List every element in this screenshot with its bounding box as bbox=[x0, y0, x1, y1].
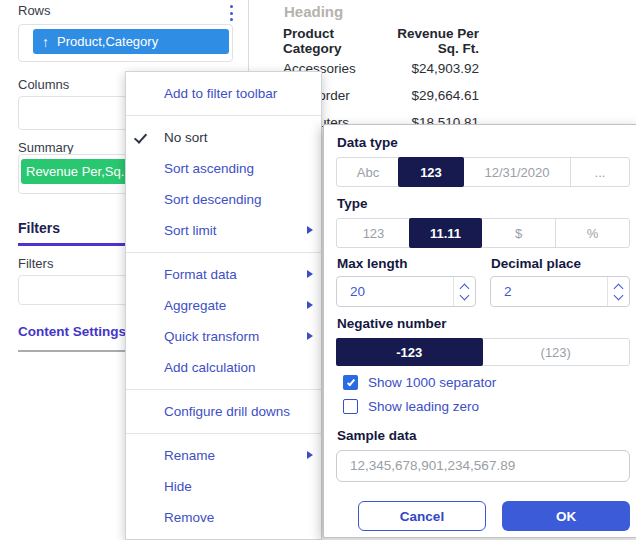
content-settings-header[interactable]: Content Settings bbox=[18, 324, 126, 339]
check-icon bbox=[134, 130, 147, 144]
type-option-decimal[interactable]: 11.11 bbox=[409, 218, 482, 248]
type-option-currency[interactable]: $ bbox=[481, 219, 555, 247]
submenu-arrow-icon bbox=[307, 451, 313, 459]
summary-label: Summary bbox=[18, 140, 74, 155]
decimal-place-stepper[interactable]: 2 bbox=[490, 276, 630, 307]
decimal-place-spinner-icons[interactable] bbox=[607, 277, 629, 306]
field-context-menu: Add to filter toolbar No sort Sort ascen… bbox=[125, 71, 322, 540]
table-row-value: $29,664.61 bbox=[411, 88, 479, 103]
chevron-down-icon[interactable] bbox=[614, 290, 624, 300]
menu-item-sort-ascending[interactable]: Sort ascending bbox=[126, 153, 321, 184]
menu-item-no-sort[interactable]: No sort bbox=[126, 122, 321, 153]
data-type-segmented-control: Abc 123 12/31/2020 ... bbox=[336, 157, 630, 187]
sample-data-label: Sample data bbox=[337, 428, 630, 443]
submenu-arrow-icon bbox=[307, 226, 313, 234]
menu-item-sort-descending[interactable]: Sort descending bbox=[126, 184, 321, 215]
decimal-place-value: 2 bbox=[504, 277, 512, 306]
ok-button[interactable]: OK bbox=[502, 501, 630, 531]
type-option-integer[interactable]: 123 bbox=[337, 219, 410, 247]
type-segmented-control: 123 11.11 $ % bbox=[336, 218, 630, 248]
menu-item-hide[interactable]: Hide bbox=[126, 471, 321, 502]
data-type-option-number[interactable]: 123 bbox=[398, 157, 464, 187]
show-1000-separator-checkbox[interactable]: Show 1000 separator bbox=[343, 375, 630, 390]
max-length-value: 20 bbox=[350, 277, 365, 306]
chevron-down-icon[interactable] bbox=[460, 290, 470, 300]
menu-item-quick-transform[interactable]: Quick transform bbox=[126, 321, 321, 352]
menu-item-sort-limit[interactable]: Sort limit bbox=[126, 215, 321, 246]
report-heading: Heading bbox=[284, 3, 343, 20]
rows-field-pill[interactable]: ↑ Product,Category bbox=[33, 29, 229, 54]
cancel-button[interactable]: Cancel bbox=[358, 501, 486, 531]
rows-kebab-icon[interactable] bbox=[226, 5, 236, 21]
menu-item-aggregate[interactable]: Aggregate bbox=[126, 290, 321, 321]
category-column-header: Product Category bbox=[283, 26, 342, 56]
value-column-header: Revenue Per Sq. Ft. bbox=[397, 26, 479, 56]
menu-item-configure-drill-downs[interactable]: Configure drill downs bbox=[126, 396, 321, 427]
rows-label: Rows bbox=[18, 3, 51, 18]
filters-section-header: Filters bbox=[18, 220, 60, 236]
show-leading-zero-checkbox[interactable]: Show leading zero bbox=[343, 399, 630, 414]
data-type-option-date[interactable]: 12/31/2020 bbox=[463, 158, 570, 186]
data-type-option-abc[interactable]: Abc bbox=[337, 158, 399, 186]
menu-item-rename[interactable]: Rename bbox=[126, 440, 321, 471]
negative-number-segmented-control: -123 (123) bbox=[336, 338, 630, 366]
columns-label: Columns bbox=[18, 77, 69, 92]
checkbox-unchecked-icon[interactable] bbox=[343, 399, 358, 414]
menu-item-add-calculation[interactable]: Add calculation bbox=[126, 352, 321, 383]
decimal-place-label: Decimal place bbox=[491, 256, 630, 271]
max-length-spinner-icons[interactable] bbox=[453, 277, 475, 306]
format-data-dialog: Data type Abc 123 12/31/2020 ... Type 12… bbox=[323, 124, 636, 538]
menu-item-remove[interactable]: Remove bbox=[126, 502, 321, 533]
filters-label: Filters bbox=[18, 256, 53, 271]
sample-data-field: 12,345,678,901,234,567.89 bbox=[336, 450, 630, 482]
rows-drop-slot[interactable]: ↑ Product,Category bbox=[18, 24, 233, 62]
type-option-percent[interactable]: % bbox=[555, 219, 629, 247]
submenu-arrow-icon bbox=[307, 332, 313, 340]
rows-field-label: Product,Category bbox=[57, 34, 158, 49]
max-length-stepper[interactable]: 20 bbox=[336, 276, 476, 307]
data-type-label: Data type bbox=[337, 135, 630, 150]
submenu-arrow-icon bbox=[307, 301, 313, 309]
max-length-label: Max length bbox=[337, 256, 476, 271]
negative-option-parentheses[interactable]: (123) bbox=[482, 339, 630, 365]
menu-item-add-to-filter-toolbar[interactable]: Add to filter toolbar bbox=[126, 78, 321, 109]
type-label: Type bbox=[337, 196, 630, 211]
menu-item-format-data[interactable]: Format data bbox=[126, 259, 321, 290]
negative-option-minus[interactable]: -123 bbox=[336, 338, 483, 366]
table-row-value: $24,903.92 bbox=[411, 61, 479, 76]
checkbox-checked-icon[interactable] bbox=[343, 375, 358, 390]
submenu-arrow-icon bbox=[307, 270, 313, 278]
sort-ascending-arrow-icon: ↑ bbox=[42, 34, 49, 50]
app-root: Rows ↑ Product,Category Columns Summary … bbox=[0, 0, 636, 540]
negative-number-label: Negative number bbox=[337, 316, 630, 331]
data-type-option-more[interactable]: ... bbox=[570, 158, 629, 186]
